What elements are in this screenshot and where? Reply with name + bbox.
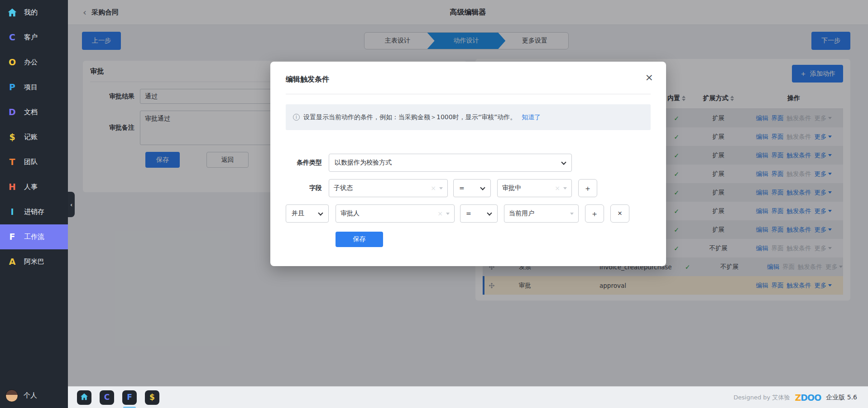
sidebar-item-label: 客户 — [24, 33, 38, 42]
clear-icon[interactable]: × — [431, 185, 436, 191]
sidebar-item[interactable]: O 办公 — [0, 50, 68, 75]
sidebar-item[interactable]: T 团队 — [0, 150, 68, 175]
close-icon[interactable]: × — [645, 73, 653, 83]
designed-by: Designed by 艾体验 — [734, 393, 790, 402]
got-it-link[interactable]: 知道了 — [522, 113, 541, 121]
sidebar-profile[interactable]: 个人 — [0, 383, 68, 408]
sidebar-item-label: 办公 — [24, 58, 38, 67]
sidebar-item-icon: O — [6, 58, 18, 67]
chevron-down-icon — [480, 185, 485, 190]
content-area: ‹ 采购合同 高级编辑器 上一步 主表设计 动作设计 更多设置 下一步 审批 — [68, 0, 868, 386]
sidebar-item-label: 阿米巴 — [24, 257, 44, 266]
sidebar-item-label: 人事 — [24, 183, 38, 191]
sidebar-collapse-button[interactable]: ‹ — [68, 192, 75, 217]
avatar[interactable] — [5, 389, 18, 402]
dock-app-icon[interactable]: F — [122, 390, 137, 405]
value-input[interactable]: 审批中 × — [497, 179, 572, 197]
sidebar-item[interactable]: A 阿米巴 — [0, 249, 68, 274]
sidebar-item-label: 团队 — [24, 158, 38, 166]
dock-app-icon[interactable]: C — [100, 390, 114, 405]
modal-title: 编辑触发条件 — [286, 75, 651, 84]
caret-down-icon[interactable] — [446, 213, 450, 215]
clear-icon[interactable]: × — [555, 185, 560, 191]
sidebar-item-label: 工作流 — [24, 233, 44, 241]
remove-condition-button[interactable]: × — [610, 204, 629, 223]
field-label: 字段 — [286, 184, 329, 192]
taskbar: C F $ Designed by 艾体验 ZDOO 企业版 5.6 — [68, 386, 868, 408]
dock-app-icon[interactable]: $ — [145, 390, 159, 405]
sidebar-item-icon: I — [6, 208, 18, 216]
sidebar-item-icon — [6, 8, 18, 17]
sidebar-item[interactable]: F 工作流 — [0, 224, 68, 249]
sidebar-item-label: 我的 — [24, 8, 38, 17]
divider — [286, 94, 651, 94]
sidebar-item[interactable]: P 项目 — [0, 75, 68, 100]
sidebar-items: 我的 C 客户 O 办公 P 项目 D 文档 $ 记账 T 团队 H 人事 I … — [0, 0, 68, 274]
caret-down-icon[interactable] — [570, 213, 574, 215]
caret-down-icon[interactable] — [439, 187, 443, 189]
field-input[interactable]: 子状态 × — [329, 179, 448, 197]
edit-trigger-condition-modal: 编辑触发条件 × i 设置显示当前动作的条件，例如：当采购金额＞1000时，显示… — [270, 62, 666, 266]
sidebar-item-icon: H — [6, 183, 18, 191]
field-input[interactable]: 审批人 × — [336, 204, 455, 223]
sidebar-item-label: 记账 — [24, 133, 38, 141]
caret-down-icon[interactable] — [563, 187, 567, 189]
info-icon: i — [293, 114, 300, 121]
value-input[interactable]: 当前用户 — [504, 204, 579, 223]
sidebar-item[interactable]: D 文档 — [0, 100, 68, 125]
condition-type-label: 条件类型 — [286, 159, 329, 167]
dock-app-icon[interactable] — [77, 390, 91, 405]
modal-save-button[interactable]: 保存 — [336, 232, 383, 247]
sidebar: 我的 C 客户 O 办公 P 项目 D 文档 $ 记账 T 团队 H 人事 I … — [0, 0, 68, 408]
zdoo-logo: ZDOO — [795, 393, 821, 403]
sidebar-item-icon: T — [6, 158, 18, 166]
chevron-down-icon — [318, 210, 323, 215]
dock: C F $ — [77, 390, 159, 405]
condition-type-select[interactable]: 以数据作为校验方式 — [329, 154, 572, 172]
sidebar-item[interactable]: H 人事 — [0, 175, 68, 199]
footer-credits: Designed by 艾体验 ZDOO 企业版 5.6 — [734, 393, 857, 403]
info-banner: i 设置显示当前动作的条件，例如：当采购金额＞1000时，显示“审核”动作。 知… — [286, 104, 651, 130]
conjunction-select[interactable]: 并且 — [286, 204, 329, 223]
sidebar-item-icon: D — [6, 108, 18, 117]
chevron-down-icon — [487, 210, 492, 215]
chevron-down-icon — [561, 160, 566, 165]
operator-select[interactable]: = — [460, 204, 498, 223]
info-text: 设置显示当前动作的条件，例如：当采购金额＞1000时，显示“审核”动作。 — [303, 113, 516, 121]
sidebar-item-label: 进销存 — [24, 208, 44, 216]
operator-select[interactable]: = — [453, 179, 491, 197]
sidebar-item-icon: $ — [6, 133, 18, 141]
sidebar-item[interactable]: 我的 — [0, 0, 68, 25]
sidebar-item-icon: F — [6, 233, 18, 241]
sidebar-item-icon: C — [6, 33, 18, 42]
add-condition-button[interactable]: ＋ — [585, 204, 604, 223]
add-condition-button[interactable]: ＋ — [578, 179, 597, 197]
sidebar-item-icon: A — [6, 257, 18, 266]
sidebar-item-label: 项目 — [24, 83, 38, 92]
main-area: ‹ 采购合同 高级编辑器 上一步 主表设计 动作设计 更多设置 下一步 审批 — [68, 0, 868, 408]
app-window: 我的 C 客户 O 办公 P 项目 D 文档 $ 记账 T 团队 H 人事 I … — [0, 0, 868, 408]
sidebar-item[interactable]: $ 记账 — [0, 125, 68, 150]
sidebar-item-label: 文档 — [24, 108, 38, 117]
edition-label: 企业版 5.6 — [826, 393, 857, 402]
sidebar-item-icon: P — [6, 83, 18, 92]
clear-icon[interactable]: × — [437, 210, 443, 217]
sidebar-item[interactable]: I 进销存 — [0, 199, 68, 224]
sidebar-item[interactable]: C 客户 — [0, 25, 68, 50]
profile-label: 个人 — [24, 391, 37, 400]
